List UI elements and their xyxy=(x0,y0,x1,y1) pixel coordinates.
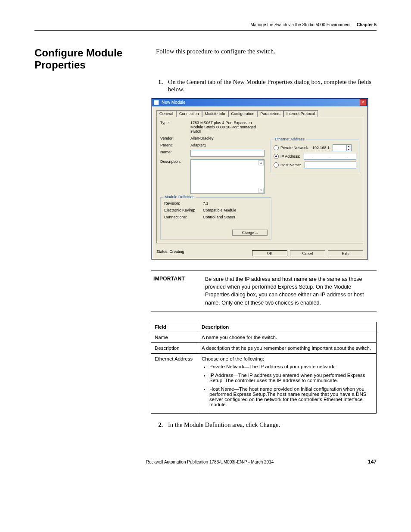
cell-desc-intro: Choose one of the following: xyxy=(202,356,264,361)
tab-parameters[interactable]: Parameters xyxy=(257,110,283,117)
close-icon[interactable]: × xyxy=(360,99,367,106)
status-value: Creating xyxy=(170,249,184,254)
parent-label: Parent: xyxy=(160,143,190,147)
name-input[interactable] xyxy=(190,150,265,157)
module-definition-legend: Module Definition xyxy=(163,195,196,199)
window-icon xyxy=(154,100,159,105)
table-row: Name A name you choose for the switch. xyxy=(151,332,377,342)
cell-desc: A description that helps you remember so… xyxy=(198,342,377,353)
revision-value: 7.1 xyxy=(203,201,268,205)
step-list: 1. On the General tab of the New Module … xyxy=(156,78,377,93)
type-value: 1783-MS06T plus 4-Port Expansion Module … xyxy=(190,121,265,134)
dialog-title: New Module xyxy=(162,99,186,106)
step-2: 2. In the Module Definition area, click … xyxy=(156,421,377,429)
revision-label: Revision: xyxy=(164,201,203,205)
step-list-2: 2. In the Module Definition area, click … xyxy=(156,421,377,429)
step-2-text: In the Module Definition area, click Cha… xyxy=(168,421,377,429)
change-button[interactable]: Change ... xyxy=(232,230,268,236)
important-label: IMPORTANT xyxy=(153,275,193,307)
ok-button[interactable]: OK xyxy=(252,250,287,256)
page-footer: Rockwell Automation Publication 1783-UM0… xyxy=(34,459,377,465)
private-network-spinner[interactable]: ▴▾ xyxy=(333,144,352,151)
connections-label: Connections: xyxy=(164,215,203,219)
module-definition-group: Module Definition Revision: 7.1 Electron… xyxy=(160,197,271,240)
page-number: 147 xyxy=(368,459,377,465)
private-network-label: Private Network: xyxy=(280,146,309,150)
header-crumb: Manage the Switch via the Studio 5000 En… xyxy=(251,22,351,27)
cell-field: Name xyxy=(151,332,198,342)
ip-address-input[interactable]: ... xyxy=(304,153,356,160)
help-button[interactable]: Help xyxy=(328,250,363,256)
step-1-number: 1. xyxy=(156,78,163,93)
tab-module-info[interactable]: Module Info xyxy=(202,110,228,117)
dialog-titlebar[interactable]: New Module × xyxy=(152,99,367,106)
important-text: Be sure that the IP address and host nam… xyxy=(205,275,374,307)
electronic-keying-label: Electronic Keying: xyxy=(164,208,203,212)
section-title: Configure Module Properties xyxy=(34,47,146,71)
step-1: 1. On the General tab of the New Module … xyxy=(156,78,377,93)
status-label: Status: xyxy=(156,249,168,254)
step-2-number: 2. xyxy=(156,421,163,429)
table-row: Ethernet Address Choose one of the follo… xyxy=(151,353,377,413)
th-description: Description xyxy=(198,322,377,332)
name-label: Name: xyxy=(160,150,190,157)
cell-desc-list: Private Network—The IP address of your p… xyxy=(202,364,373,407)
ip-address-row[interactable]: IP Address: ... xyxy=(274,153,356,160)
list-item: Host Name—The host name provided on init… xyxy=(209,386,373,407)
host-name-row[interactable]: Host Name: xyxy=(274,162,356,168)
ethernet-address-group: Ethernet Address Private Network: 192.16… xyxy=(271,140,359,173)
cell-desc: Choose one of the following: Private Net… xyxy=(198,353,377,413)
cell-field: Ethernet Address xyxy=(151,353,198,413)
scroll-up-icon[interactable]: ▴ xyxy=(258,160,264,165)
tab-internet-protocol[interactable]: Internet Protocol xyxy=(283,110,318,117)
private-network-radio[interactable] xyxy=(274,145,279,150)
publication-info: Rockwell Automation Publication 1783-UM0… xyxy=(52,460,368,464)
tab-connection[interactable]: Connection xyxy=(176,110,202,117)
vendor-label: Vendor: xyxy=(160,136,190,140)
th-field: Field xyxy=(151,322,198,332)
cell-desc: A name you choose for the switch. xyxy=(198,332,377,342)
running-header: Manage the Switch via the Studio 5000 En… xyxy=(34,22,377,31)
host-name-input[interactable] xyxy=(305,162,356,168)
cancel-button[interactable]: Cancel xyxy=(290,250,325,256)
tab-general[interactable]: General xyxy=(156,110,176,117)
step-1-text: On the General tab of the New Module Pro… xyxy=(168,78,377,93)
scroll-down-icon[interactable]: ▾ xyxy=(258,188,264,193)
list-item: Private Network—The IP address of your p… xyxy=(209,364,373,369)
vendor-value: Allen-Bradley xyxy=(190,136,265,140)
content-column: 1. On the General tab of the New Module … xyxy=(151,78,377,429)
ip-address-radio[interactable] xyxy=(274,154,279,159)
private-network-row[interactable]: Private Network: 192.168.1. ▴▾ xyxy=(274,144,356,151)
list-item: IP Address—The IP address you entered wh… xyxy=(209,373,373,383)
header-chapter: Chapter 5 xyxy=(357,22,377,27)
important-callout: IMPORTANT Be sure that the IP address an… xyxy=(151,271,377,311)
dialog-footer: Status: Creating OK Cancel Help xyxy=(156,247,363,256)
electronic-keying-value: Compatible Module xyxy=(203,208,268,212)
ethernet-legend: Ethernet Address xyxy=(274,137,306,141)
ip-address-label: IP Address: xyxy=(280,154,300,159)
host-name-radio[interactable] xyxy=(274,162,279,168)
table-row: Description A description that helps you… xyxy=(151,342,377,353)
connections-value: Control and Status xyxy=(203,215,268,219)
description-label: Description: xyxy=(160,159,190,194)
parent-value: Adapter1 xyxy=(190,143,265,147)
page: Manage the Switch via the Studio 5000 En… xyxy=(0,0,411,482)
field-table: Field Description Name A name you choose… xyxy=(151,322,377,414)
table-header-row: Field Description xyxy=(151,322,377,332)
new-module-dialog: New Module × General Connection Module I… xyxy=(152,98,368,259)
tab-configuration[interactable]: Configuration xyxy=(228,110,258,117)
description-input[interactable]: ▴ ▾ xyxy=(190,159,265,194)
intro-text: Follow this procedure to configure the s… xyxy=(156,47,377,71)
cell-field: Description xyxy=(151,342,198,353)
dialog-tabs: General Connection Module Info Configura… xyxy=(156,110,363,117)
private-network-prefix: 192.168.1. xyxy=(312,146,331,150)
type-label: Type: xyxy=(160,121,190,134)
title-row: Configure Module Properties Follow this … xyxy=(34,47,377,71)
host-name-label: Host Name: xyxy=(280,163,301,167)
tab-panel-general: Type: 1783-MS06T plus 4-Port Expansion M… xyxy=(156,117,363,243)
